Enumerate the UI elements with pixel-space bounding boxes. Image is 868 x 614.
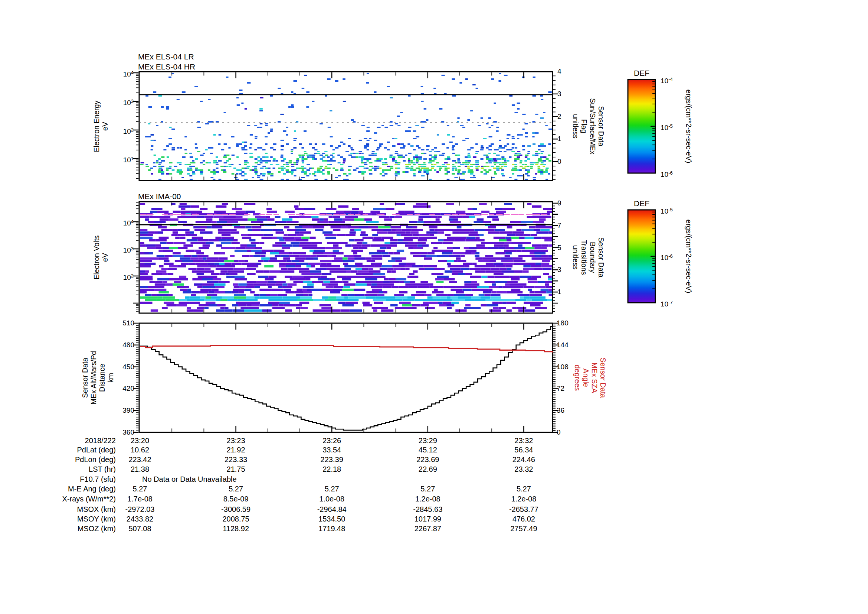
els-spectrogram-cell [512, 147, 515, 149]
ima-spectrogram-cell [313, 299, 325, 301]
els-spectrogram-cell [494, 164, 496, 165]
els-spectrogram-cell [203, 164, 205, 165]
els-spectrogram-cell [525, 154, 529, 156]
ima-spectrogram-cell [240, 270, 244, 273]
ima-spectrogram-cell [299, 244, 305, 247]
table-cell-value: -2972.03 [101, 505, 179, 514]
ima-spectrogram-cell [414, 299, 420, 301]
els-spectrogram-cell [200, 173, 203, 174]
els-spectrogram-cell [371, 154, 374, 156]
ima-spectrogram-cell [454, 294, 465, 296]
ima-spectrogram-cell [394, 299, 403, 301]
els-spectrogram-cell [322, 173, 324, 174]
ima-spectrogram-cell [323, 281, 330, 283]
ima-spectrogram-cell [197, 286, 202, 288]
ima-spectrogram-cell [453, 270, 463, 273]
els-spectrogram-cell [270, 131, 273, 132]
ima-spectrogram-cell [365, 278, 377, 280]
ima-spectrogram-cell [337, 299, 349, 301]
els-spectrogram-cell [260, 147, 262, 149]
ima-spectrogram-cell [203, 244, 210, 247]
els-spectrogram-cell [537, 171, 540, 173]
ima-spectrogram-cell [432, 250, 441, 252]
els-spectrogram-cell [346, 151, 349, 152]
els-spectrogram-cell [447, 158, 451, 160]
ima-spectrogram-cell [470, 268, 480, 270]
els-spectrogram-cell [298, 154, 301, 156]
els-spectrogram-cell [236, 143, 239, 145]
ima-spectrogram-cell [200, 297, 205, 298]
els-spectrogram-cell [345, 179, 349, 180]
els-spectrogram-cell [177, 171, 180, 173]
els-spectrogram-cell [454, 168, 457, 169]
ima-spectrogram-cell [182, 260, 193, 262]
ima-spectrogram-cell [358, 270, 369, 273]
els-spectrogram-cell [415, 158, 418, 160]
ima-spectrogram-cell [413, 255, 421, 257]
ima-spectrogram-cell [259, 304, 272, 306]
ima-magenta-line-segment [377, 214, 384, 215]
els-spectrogram-cell [527, 151, 530, 152]
ima-spectrogram-cell [378, 226, 391, 229]
els-spectrogram-cell [195, 147, 198, 149]
ima-spectrogram-cell [261, 236, 271, 239]
els-spectrogram-cell [423, 169, 426, 171]
els-title-lr: MEx ELS-04 LR [138, 52, 194, 61]
els-spectrogram-cell [413, 173, 415, 174]
ima-spectrogram-cell [356, 273, 361, 275]
ima-spectrogram-cell [380, 247, 386, 249]
els-spectrogram-cell [540, 173, 543, 174]
ima-spectrogram-cell [379, 307, 388, 309]
ima-spectrogram-cell [543, 273, 549, 275]
els-spectrogram-cell [185, 153, 188, 154]
els-spectrogram-cell [377, 147, 380, 149]
ima-spectrogram-cell [391, 304, 398, 306]
els-spectrogram-cell [350, 147, 353, 149]
els-spectrogram-cell [470, 147, 474, 149]
els-spectrogram-cell [296, 158, 299, 160]
els-spectrogram-cell [462, 140, 465, 141]
els-spectrogram-cell [210, 153, 212, 154]
ima-spectrogram-cell [285, 276, 292, 278]
els-spectrogram-cell [239, 169, 242, 171]
els-spectrogram-cell [213, 160, 217, 162]
ima-spectrogram-cell [475, 257, 482, 260]
ima-spectrogram-cell [288, 234, 297, 236]
els-spectrogram-cell [260, 162, 263, 163]
els-spectrogram-cell [322, 160, 325, 162]
els-spectrogram-cell [376, 160, 379, 162]
ima-spectrogram-cell [155, 247, 162, 249]
els-spectrogram-cell [413, 164, 416, 165]
ima-spectrogram-cell [528, 278, 537, 280]
els-spectrogram-cell [470, 110, 473, 112]
ima-spectrogram-cell [330, 291, 340, 294]
ima-spectrogram-cell [524, 302, 535, 304]
ima-spectrogram-cell [505, 236, 511, 239]
els-spectrogram-cell [260, 173, 262, 174]
els-spectrogram-cell [281, 168, 283, 169]
ima-spectrogram-cell [327, 242, 336, 244]
ima-spectrogram-cell [386, 299, 394, 301]
els-spectrogram-cell [424, 108, 426, 110]
els-spectrogram-cell [203, 153, 205, 154]
ima-spectrogram-cell [507, 226, 513, 229]
els-spectrogram-cell [538, 168, 541, 169]
els-spectrogram-cell [358, 151, 362, 152]
ima-spectrogram-cell [530, 252, 535, 255]
ima-magenta-line-segment [162, 214, 168, 215]
els-spectrogram-cell [392, 145, 395, 147]
ima-spectrogram-cell [368, 226, 378, 229]
els-spectrogram-cell [296, 164, 298, 165]
els-spectrogram-cell [382, 162, 385, 163]
ima-spectrogram-cell [515, 299, 526, 301]
ima-spectrogram-cell [322, 297, 328, 298]
ima-spectrogram-cell [463, 289, 472, 291]
ima-spectrogram-cell [312, 281, 323, 283]
ima-spectrogram-cell [319, 218, 324, 221]
ima-spectrogram-cell [361, 232, 366, 234]
ima-spectrogram-cell [279, 263, 285, 265]
ima-spectrogram-cell [534, 236, 541, 239]
ima-spectrogram-cell [429, 226, 437, 229]
els-spectrogram-cell [283, 131, 286, 132]
ima-spectrogram-cell [336, 242, 348, 244]
